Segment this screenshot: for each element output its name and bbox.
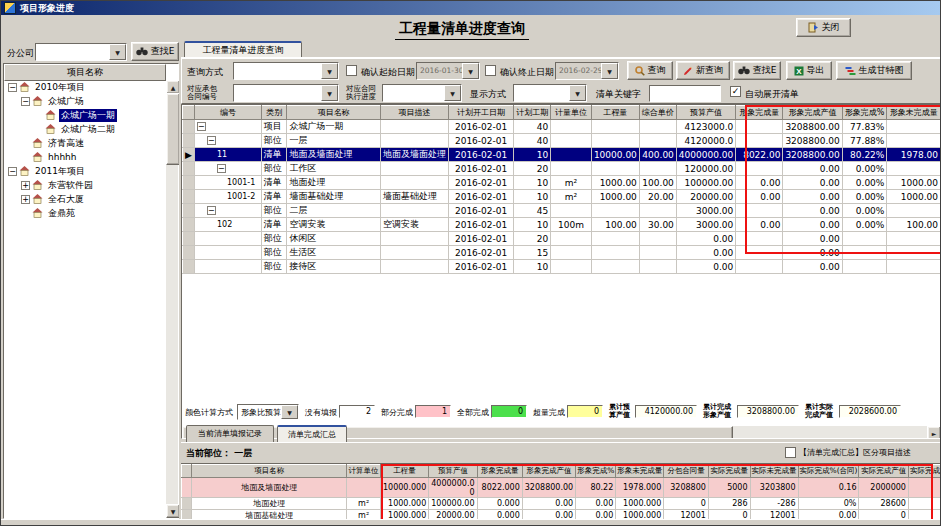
collapse-icon[interactable]: − — [197, 122, 206, 131]
collapse-icon[interactable]: − — [21, 97, 30, 106]
table-row[interactable]: 1001-2清单墙面基础处理墙面基础处理2016-02-0110m²1000.0… — [183, 190, 941, 204]
query-button[interactable]: 查询 — [627, 61, 673, 80]
column-header[interactable]: 实际完成量 — [708, 465, 750, 478]
tree-item[interactable]: 济青高速 — [4, 136, 166, 150]
scroll-right-icon[interactable]: ► — [927, 426, 941, 439]
chevron-down-icon[interactable]: ▼ — [321, 63, 338, 79]
expand-icon[interactable]: + — [21, 181, 30, 190]
row-selector[interactable] — [183, 204, 195, 218]
confirm-end-checkbox[interactable] — [485, 65, 496, 76]
tree-find-button[interactable]: 查找E — [131, 42, 179, 61]
collapse-icon[interactable]: − — [207, 136, 216, 145]
tree-item[interactable]: hhhhh — [4, 150, 166, 164]
column-header[interactable]: 分包合同量 — [664, 465, 709, 478]
collapse-icon[interactable]: − — [8, 83, 17, 92]
column-header[interactable]: 计量单位 — [551, 106, 592, 120]
row-selector[interactable] — [183, 232, 195, 246]
row-selector[interactable] — [183, 134, 195, 148]
confirm-start-checkbox[interactable] — [346, 65, 357, 76]
column-header[interactable]: 项目名称 — [192, 465, 347, 478]
collapse-icon[interactable]: − — [217, 164, 226, 173]
column-header[interactable]: 计划工期 — [514, 106, 551, 120]
column-header[interactable]: 项目名称 — [287, 106, 381, 120]
column-header[interactable]: 形象完成% — [576, 465, 616, 478]
column-header[interactable]: 形象完成量 — [477, 465, 522, 478]
summary-distinguish-checkbox[interactable] — [785, 447, 796, 458]
tab-current-records[interactable]: 当前清单填报记录 — [186, 425, 274, 442]
hscrollbar-thumb[interactable] — [195, 426, 733, 439]
table-row[interactable]: −部位工作区2016-02-0120120000.000.000.00% — [183, 162, 941, 176]
row-selector[interactable] — [182, 498, 192, 510]
scroll-down-icon[interactable]: ▼ — [166, 504, 180, 518]
find-button[interactable]: 查找E — [733, 61, 781, 80]
column-header[interactable]: 综合单价 — [639, 106, 676, 120]
table-row[interactable]: 地面处理m²1000.000100000.000.0000.000.001000… — [182, 498, 941, 510]
column-header[interactable]: 预算产值 — [676, 106, 735, 120]
expand-icon[interactable]: + — [21, 195, 30, 204]
row-selector[interactable] — [183, 260, 195, 274]
close-button[interactable]: 关闭 — [796, 18, 851, 37]
tree-item[interactable]: −2010年项目 — [4, 80, 166, 94]
scroll-up-icon[interactable]: ▲ — [166, 80, 180, 94]
table-row[interactable]: 部位生活区2016-02-01150.000.00 — [183, 246, 941, 260]
tab-summary[interactable]: 清单完成汇总 — [277, 425, 347, 442]
column-header[interactable]: 计划开工日期 — [449, 106, 514, 120]
tree-item[interactable]: +东营软件园 — [4, 178, 166, 192]
column-header[interactable]: 实际未完成量 — [750, 465, 798, 478]
table-row[interactable]: 部位休闲区2016-02-01200.000.00 — [183, 232, 941, 246]
column-header[interactable]: 类别 — [261, 106, 287, 120]
column-header[interactable]: 形象未完成量 — [616, 465, 664, 478]
column-header[interactable]: 形象完成% — [842, 106, 887, 120]
table-row[interactable]: −部位一层2016-02-01404120000.03208800.0077.8… — [183, 134, 941, 148]
column-header[interactable]: 实际完成%(合同) — [798, 465, 859, 478]
column-header[interactable]: 形象未完成量 — [887, 106, 941, 120]
chevron-down-icon[interactable]: ▼ — [444, 85, 461, 101]
row-selector[interactable] — [183, 162, 195, 176]
chevron-down-icon[interactable]: ▼ — [281, 405, 298, 419]
tree-item[interactable]: 众城广场二期 — [4, 122, 166, 136]
chevron-down-icon[interactable]: ▼ — [321, 85, 338, 101]
tree-item[interactable]: +全石大厦 — [4, 192, 166, 206]
display-mode-select[interactable]: ▼ — [513, 84, 587, 102]
chevron-down-icon[interactable]: ▼ — [109, 44, 126, 60]
tree-item[interactable]: 金鼎苑 — [4, 206, 166, 220]
table-row[interactable]: 地面及墙面处理10000.0004000000.008022.000320880… — [182, 478, 941, 498]
row-selector[interactable] — [182, 478, 192, 498]
table-row[interactable]: 部位接待区2016-02-01100.000.00 — [183, 260, 941, 274]
tree-scrollbar-thumb[interactable] — [166, 93, 180, 165]
column-header[interactable]: 工程量 — [380, 465, 428, 478]
column-header[interactable]: 项目描述 — [381, 106, 449, 120]
column-header[interactable]: 计算单位 — [347, 465, 381, 478]
row-selector[interactable] — [183, 190, 195, 204]
tree-item[interactable]: 众城广场一期 — [4, 108, 166, 122]
table-row[interactable]: 102清单空调安装空调安装2016-02-0110100m100.0030.00… — [183, 218, 941, 232]
company-select[interactable]: ▼ — [35, 43, 127, 61]
contract-no-select[interactable]: ▼ — [233, 84, 339, 102]
new-query-button[interactable]: 新查询 — [676, 61, 730, 80]
collapse-icon[interactable]: − — [207, 206, 216, 215]
chevron-down-icon[interactable]: ▼ — [462, 63, 479, 79]
export-button[interactable]: X 导出 — [786, 61, 832, 80]
column-header[interactable]: 编号 — [194, 106, 261, 120]
confirm-end-date-select[interactable]: 2016-02-29▼ — [555, 62, 619, 80]
row-selector[interactable] — [183, 176, 195, 190]
auto-expand-checkbox[interactable]: ✓ — [730, 86, 741, 97]
column-header[interactable]: 形象完成量 — [736, 106, 783, 120]
row-selector[interactable] — [183, 246, 195, 260]
table-row[interactable]: 1001-1清单地面处理2016-02-0110m²1000.00100.001… — [183, 176, 941, 190]
table-row[interactable]: ▶11清单地面及墙面处理地面及墙面处理2016-02-011010000.004… — [183, 148, 941, 162]
chevron-down-icon[interactable]: ▼ — [569, 85, 586, 101]
column-header[interactable]: 工程量 — [591, 106, 639, 120]
chevron-down-icon[interactable]: ▼ — [601, 63, 618, 79]
column-header[interactable]: 预算产值 — [429, 465, 477, 478]
confirm-start-date-select[interactable]: 2016-01-30▼ — [416, 62, 480, 80]
calc-mode-select[interactable]: 形象比预算▼ — [237, 404, 299, 420]
tab-progress-query[interactable]: 工程量清单进度查询 — [184, 41, 302, 57]
gantt-button[interactable]: 生成甘特图 — [836, 61, 912, 80]
row-selector[interactable] — [183, 120, 195, 134]
column-header[interactable]: 形象完成产值 — [522, 465, 575, 478]
column-header[interactable]: 实际完成 — [908, 465, 941, 478]
tree-item[interactable]: −2011年项目 — [4, 164, 166, 178]
collapse-icon[interactable]: − — [8, 167, 17, 176]
table-row[interactable]: −部位二层2016-02-01453000.000.000.00% — [183, 204, 941, 218]
